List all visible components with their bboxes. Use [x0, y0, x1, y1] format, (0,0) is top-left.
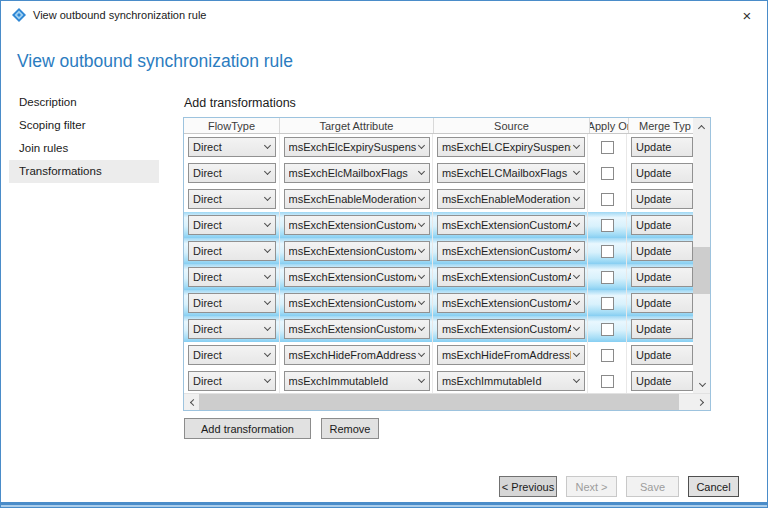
merge-type-select[interactable]: Update	[631, 267, 693, 287]
sidebar-item-join-rules[interactable]: Join rules	[9, 137, 159, 160]
flowtype-select[interactable]: Direct	[188, 319, 276, 339]
flowtype-select[interactable]: Direct	[188, 345, 276, 365]
horizontal-scrollbar[interactable]	[184, 393, 710, 410]
apply-once-checkbox[interactable]	[601, 297, 614, 310]
merge-type-select[interactable]: Update	[631, 163, 693, 183]
table-body: Direct msExchElcExpirySuspensionStart ms…	[184, 134, 693, 393]
source-cell: msExchEnableModeration	[433, 186, 588, 212]
scroll-down-icon[interactable]	[693, 376, 710, 393]
apply-once-checkbox[interactable]	[601, 271, 614, 284]
source-select[interactable]: msExchExtensionCustomAttribute1	[437, 215, 585, 235]
scroll-up-icon[interactable]	[693, 118, 710, 135]
target-attribute-select[interactable]: msExchImmutableId	[284, 371, 430, 391]
flowtype-value: Direct	[193, 349, 262, 361]
source-cell: msExchHideFromAddressLists	[433, 342, 588, 368]
source-select[interactable]: msExchImmutableId	[437, 371, 585, 391]
sidebar-item-description[interactable]: Description	[9, 91, 159, 114]
table-row[interactable]: Direct msExchElcExpirySuspensionStart ms…	[184, 134, 693, 160]
sidebar: Description Scoping filter Join rules Tr…	[9, 91, 159, 183]
table-row[interactable]: Direct msExchEnableModeration msExchEnab…	[184, 186, 693, 212]
chevron-down-icon	[573, 142, 580, 149]
table-row[interactable]: Direct msExchExtensionCustomAttribute5 m…	[184, 316, 693, 342]
target-attribute-select[interactable]: msExchEnableModeration	[284, 189, 430, 209]
target-attribute-value: msExchExtensionCustomAttribute3	[289, 271, 416, 283]
apply-once-checkbox[interactable]	[601, 141, 614, 154]
flowtype-select[interactable]: Direct	[188, 163, 276, 183]
table-row[interactable]: Direct msExchExtensionCustomAttribute2 m…	[184, 238, 693, 264]
source-select[interactable]: msExchExtensionCustomAttribute2	[437, 241, 585, 261]
vertical-scrollbar-thumb[interactable]	[693, 247, 710, 294]
target-attribute-select[interactable]: msExchExtensionCustomAttribute2	[284, 241, 430, 261]
merge-type-value: Update	[636, 375, 688, 387]
window-bottom-border	[1, 502, 767, 507]
table-row[interactable]: Direct msExchHideFromAddressLists msExch…	[184, 342, 693, 368]
remove-button[interactable]: Remove	[321, 418, 379, 439]
source-select[interactable]: msExchEnableModeration	[437, 189, 585, 209]
cancel-button[interactable]: Cancel	[688, 476, 739, 497]
source-select[interactable]: msExchExtensionCustomAttribute3	[437, 267, 585, 287]
merge-type-select[interactable]: Update	[631, 241, 693, 261]
apply-once-checkbox[interactable]	[601, 349, 614, 362]
source-select[interactable]: msExchELCExpirySuspensionStart	[437, 137, 585, 157]
vertical-scrollbar[interactable]	[693, 118, 710, 393]
merge-type-select[interactable]: Update	[631, 293, 693, 313]
merge-type-select[interactable]: Update	[631, 215, 693, 235]
source-select[interactable]: msExchHideFromAddressLists	[437, 345, 585, 365]
table-row[interactable]: Direct msExchExtensionCustomAttribute3 m…	[184, 264, 693, 290]
source-value: msExchExtensionCustomAttribute3	[442, 271, 571, 283]
flowtype-select[interactable]: Direct	[188, 267, 276, 287]
table-row[interactable]: Direct msExchImmutableId msExchImmutable…	[184, 368, 693, 393]
dialog-window: View outbound synchronization rule × Vie…	[0, 0, 768, 508]
apply-once-checkbox[interactable]	[601, 167, 614, 180]
next-button[interactable]: Next >	[566, 476, 617, 497]
target-attribute-select[interactable]: msExchElcMailboxFlags	[284, 163, 430, 183]
close-icon[interactable]: ×	[735, 3, 759, 27]
target-attribute-select[interactable]: msExchElcExpirySuspensionStart	[284, 137, 430, 157]
flowtype-select[interactable]: Direct	[188, 215, 276, 235]
sidebar-item-transformations[interactable]: Transformations	[9, 160, 159, 183]
flowtype-select[interactable]: Direct	[188, 189, 276, 209]
source-select[interactable]: msExchExtensionCustomAttribute4	[437, 293, 585, 313]
scroll-right-icon[interactable]	[693, 394, 710, 410]
flowtype-cell: Direct	[184, 368, 280, 393]
previous-button[interactable]: < Previous	[499, 476, 557, 497]
flowtype-cell: Direct	[184, 290, 280, 316]
merge-type-select[interactable]: Update	[631, 137, 693, 157]
source-select[interactable]: msExchELCMailboxFlags	[437, 163, 585, 183]
horizontal-scrollbar-thumb[interactable]	[199, 394, 679, 410]
save-button[interactable]: Save	[626, 476, 679, 497]
merge-type-select[interactable]: Update	[631, 371, 693, 391]
target-attribute-select[interactable]: msExchExtensionCustomAttribute1	[284, 215, 430, 235]
merge-type-select[interactable]: Update	[631, 189, 693, 209]
table-row[interactable]: Direct msExchExtensionCustomAttribute4 m…	[184, 290, 693, 316]
flowtype-select[interactable]: Direct	[188, 241, 276, 261]
apply-once-checkbox[interactable]	[601, 219, 614, 232]
chevron-down-icon	[418, 246, 425, 253]
flowtype-select[interactable]: Direct	[188, 293, 276, 313]
add-transformation-button[interactable]: Add transformation	[184, 418, 311, 439]
target-attribute-cell: msExchImmutableId	[280, 368, 433, 393]
merge-type-select[interactable]: Update	[631, 345, 693, 365]
apply-once-checkbox[interactable]	[601, 323, 614, 336]
flowtype-select[interactable]: Direct	[188, 371, 276, 391]
merge-type-select[interactable]: Update	[631, 319, 693, 339]
sidebar-item-scoping-filter[interactable]: Scoping filter	[9, 114, 159, 137]
apply-once-checkbox[interactable]	[601, 245, 614, 258]
target-attribute-select[interactable]: msExchHideFromAddressLists	[284, 345, 430, 365]
merge-type-value: Update	[636, 349, 688, 361]
source-select[interactable]: msExchExtensionCustomAttribute5	[437, 319, 585, 339]
apply-once-checkbox[interactable]	[601, 193, 614, 206]
source-value: msExchImmutableId	[442, 375, 571, 387]
table-row[interactable]: Direct msExchExtensionCustomAttribute1 m…	[184, 212, 693, 238]
apply-once-checkbox[interactable]	[601, 375, 614, 388]
target-attribute-select[interactable]: msExchExtensionCustomAttribute4	[284, 293, 430, 313]
chevron-down-icon	[418, 220, 425, 227]
flowtype-select[interactable]: Direct	[188, 137, 276, 157]
chevron-down-icon	[264, 376, 271, 383]
section-title: Add transformations	[184, 96, 296, 110]
merge-type-value: Update	[636, 271, 688, 283]
table-row[interactable]: Direct msExchElcMailboxFlags msExchELCMa…	[184, 160, 693, 186]
target-attribute-select[interactable]: msExchExtensionCustomAttribute5	[284, 319, 430, 339]
target-attribute-select[interactable]: msExchExtensionCustomAttribute3	[284, 267, 430, 287]
target-attribute-value: msExchImmutableId	[289, 375, 416, 387]
